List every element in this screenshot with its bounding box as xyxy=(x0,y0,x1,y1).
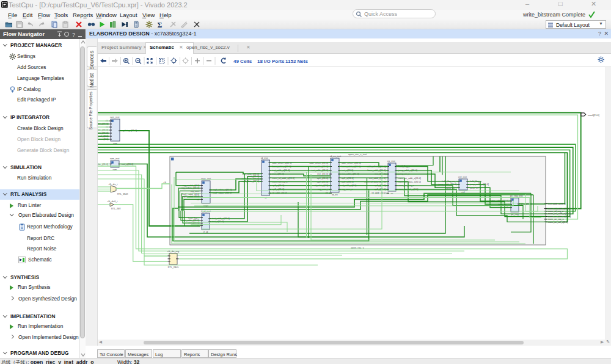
svg-text:RTL_REG: RTL_REG xyxy=(168,266,178,269)
svg-text:mem_wr_sel_o[3:0]: mem_wr_sel_o[3:0] xyxy=(548,221,568,224)
svg-text:clk_div_i: clk_div_i xyxy=(109,183,118,186)
svg-text:ram: ram xyxy=(113,142,118,145)
svg-text:?: ? xyxy=(72,32,75,38)
svg-text:ex: ex xyxy=(390,192,393,195)
svg-text:clk: clk xyxy=(164,181,167,184)
svg-text:mem_rd_req_o: mem_rd_req_o xyxy=(548,210,563,213)
svg-text:clk_div_reg: clk_div_reg xyxy=(167,250,179,253)
svg-text:inst_i[31:0]: inst_i[31:0] xyxy=(317,173,328,175)
svg-text:clk_div0_i: clk_div0_i xyxy=(108,200,118,203)
svg-text:ctrl_inst: ctrl_inst xyxy=(458,175,467,178)
svg-text:id_ex_inst: id_ex_inst xyxy=(330,155,342,158)
svg-text:rom_inst: rom_inst xyxy=(110,157,120,160)
svg-text:RTL_INV: RTL_INV xyxy=(111,208,121,210)
svg-text:mem_wr_data_o[31:0]: mem_wr_data_o[31:0] xyxy=(548,216,571,218)
svg-text:ram_inst: ram_inst xyxy=(110,115,120,118)
svg-text:inst_addr_o[31:0]: inst_addr_o[31:0] xyxy=(548,203,566,205)
svg-text:id_inst: id_inst xyxy=(261,156,268,159)
svg-text:ex_inst: ex_inst xyxy=(387,159,396,162)
svg-text:mem_wr_req_o: mem_wr_req_o xyxy=(548,218,564,220)
svg-text:Σ: Σ xyxy=(158,21,163,28)
svg-text:result[15:0]: result[15:0] xyxy=(588,114,599,117)
svg-text:id_ex: id_ex xyxy=(332,193,338,196)
svg-text:RTL_MUX: RTL_MUX xyxy=(117,193,128,195)
svg-text:if_id: if_id xyxy=(203,230,208,233)
